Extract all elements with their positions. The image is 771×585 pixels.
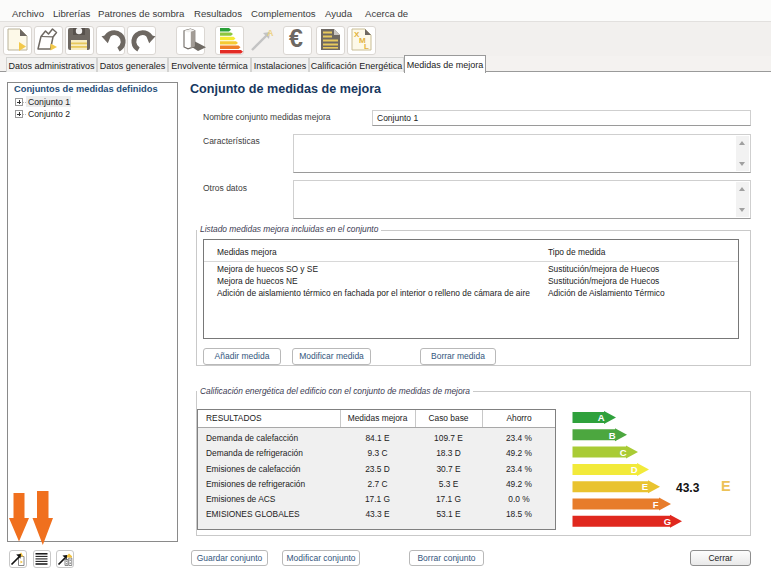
svg-text:F: F [653, 499, 659, 510]
svg-text:C: C [620, 447, 627, 458]
svg-text:G: G [664, 516, 671, 527]
svg-text:A: A [598, 412, 605, 423]
svg-text:€: € [289, 24, 303, 52]
svg-text:L: L [364, 42, 369, 51]
svg-text:A: A [267, 28, 274, 38]
svg-text:B: B [609, 430, 616, 441]
svg-text:D: D [631, 464, 638, 475]
svg-text:E: E [642, 481, 648, 492]
